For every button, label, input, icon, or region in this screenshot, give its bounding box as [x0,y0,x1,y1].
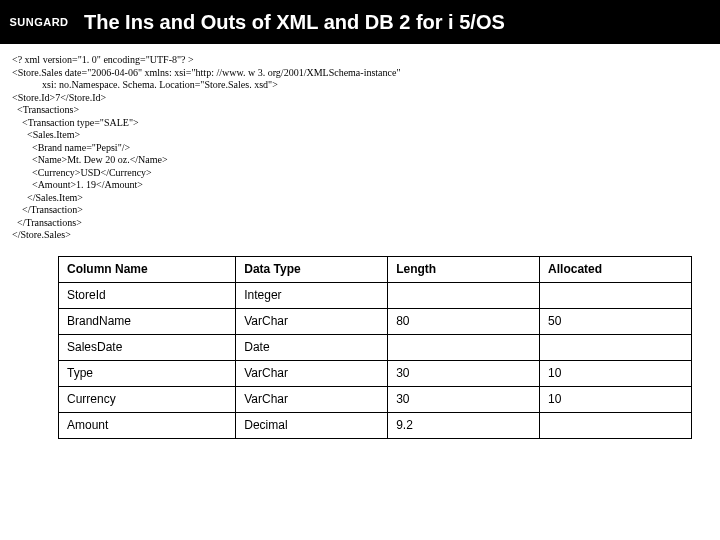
xml-line: xsi: no.Namespace. Schema. Location="Sto… [12,79,278,90]
cell [388,334,540,360]
cell: 10 [540,360,692,386]
xml-line: <Amount>1. 19</Amount> [12,179,143,190]
xml-line: </Store.Sales> [12,229,71,240]
table-row: BrandName VarChar 80 50 [59,308,692,334]
xml-line: </Sales.Item> [12,192,83,203]
page-title: The Ins and Outs of XML and DB 2 for i 5… [78,11,505,34]
table-row: Currency VarChar 30 10 [59,386,692,412]
xml-line: <Currency>USD</Currency> [12,167,152,178]
cell: 30 [388,386,540,412]
cell: 10 [540,386,692,412]
xml-code-block: <? xml version="1. 0" encoding="UTF-8"? … [0,44,720,256]
xml-line: <Store.Sales date="2006-04-06" xmlns: xs… [12,67,400,78]
cell: VarChar [236,386,388,412]
cell: Integer [236,282,388,308]
cell: 50 [540,308,692,334]
table-header-row: Column Name Data Type Length Allocated [59,256,692,282]
col-header: Column Name [59,256,236,282]
cell [388,282,540,308]
cell [540,412,692,438]
cell: StoreId [59,282,236,308]
cell [540,282,692,308]
table-row: Type VarChar 30 10 [59,360,692,386]
xml-line: <? xml version="1. 0" encoding="UTF-8"? … [12,54,194,65]
col-header: Data Type [236,256,388,282]
cell: Date [236,334,388,360]
cell: 30 [388,360,540,386]
schema-table: Column Name Data Type Length Allocated S… [58,256,692,439]
col-header: Length [388,256,540,282]
table-row: StoreId Integer [59,282,692,308]
cell: 80 [388,308,540,334]
brand-logo: SUNGARD [0,16,78,28]
xml-line: <Transaction type="SALE"> [12,117,139,128]
xml-line: <Store.Id>7</Store.Id> [12,92,106,103]
schema-table-wrap: Column Name Data Type Length Allocated S… [0,256,720,439]
cell: Type [59,360,236,386]
cell: 9.2 [388,412,540,438]
cell: VarChar [236,360,388,386]
cell [540,334,692,360]
cell: BrandName [59,308,236,334]
xml-line: <Sales.Item> [12,129,80,140]
cell: SalesDate [59,334,236,360]
xml-line: </Transactions> [12,217,82,228]
cell: VarChar [236,308,388,334]
xml-line: <Name>Mt. Dew 20 oz.</Name> [12,154,168,165]
header-bar: SUNGARD The Ins and Outs of XML and DB 2… [0,0,720,44]
col-header: Allocated [540,256,692,282]
table-row: SalesDate Date [59,334,692,360]
cell: Currency [59,386,236,412]
cell: Decimal [236,412,388,438]
xml-line: <Brand name="Pepsi"/> [12,142,130,153]
xml-line: </Transaction> [12,204,83,215]
cell: Amount [59,412,236,438]
table-row: Amount Decimal 9.2 [59,412,692,438]
xml-line: <Transactions> [12,104,79,115]
